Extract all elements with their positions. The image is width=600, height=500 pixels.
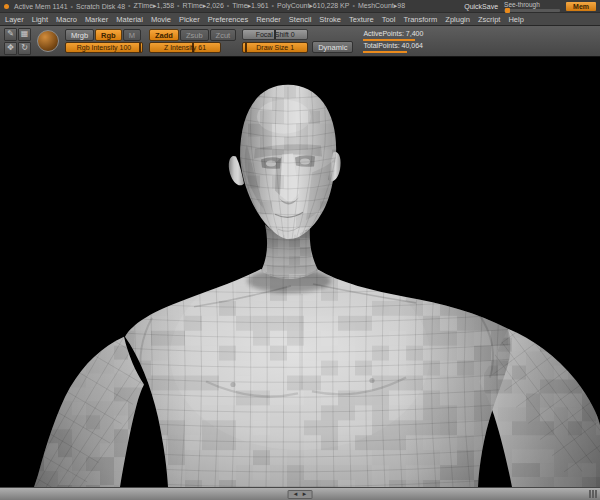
meshcount: MeshCount▸98: [352, 2, 405, 10]
draw-size-value: 1: [290, 44, 294, 51]
edit-icon[interactable]: ✎: [4, 28, 17, 41]
rtime: RTime▸2,026: [177, 2, 224, 10]
zsub-button[interactable]: Zsub: [180, 29, 209, 41]
menu-stroke[interactable]: Stroke: [319, 15, 341, 24]
mem-button[interactable]: Mem: [566, 2, 596, 11]
menu-transform[interactable]: Transform: [403, 15, 437, 24]
viewport[interactable]: [0, 57, 600, 487]
tool-icon-cluster: ✎ ▦ ✥ ↻: [4, 28, 31, 55]
z-intensity-value: 61: [198, 44, 206, 51]
rgb-button[interactable]: Rgb: [95, 29, 122, 41]
active-points: ActivePoints: 7,400: [363, 30, 423, 38]
menu-material[interactable]: Material: [116, 15, 143, 24]
active-mem: Active Mem 1141: [14, 3, 68, 10]
menu-picker[interactable]: Picker: [179, 15, 200, 24]
focal-shift-value: 0: [291, 31, 295, 38]
canvas-scroll-handle[interactable]: ◄ ►: [288, 490, 313, 499]
focal-shift-slider[interactable]: Focal Shift 0: [242, 29, 308, 40]
quicksave-button[interactable]: QuickSave: [464, 3, 498, 10]
menu-movie[interactable]: Movie: [151, 15, 171, 24]
menu-bar: Layer Light Macro Marker Material Movie …: [0, 12, 600, 26]
bottom-scrollbar[interactable]: ◄ ►: [0, 487, 600, 500]
menu-macro[interactable]: Macro: [56, 15, 77, 24]
scroll-right-icon[interactable]: ►: [302, 491, 308, 497]
menu-zplugin[interactable]: Zplugin: [445, 15, 470, 24]
total-points: TotalPoints: 40,064: [363, 42, 423, 50]
scroll-left-icon[interactable]: ◄: [293, 491, 299, 497]
polycount: PolyCount▸610,228 KP: [272, 2, 350, 10]
active-points-bar[interactable]: [363, 39, 415, 41]
menu-preferences[interactable]: Preferences: [208, 15, 248, 24]
m-button[interactable]: M: [123, 29, 141, 41]
dynamic-button[interactable]: Dynamic: [312, 41, 353, 53]
menu-layer[interactable]: Layer: [5, 15, 24, 24]
total-points-bar[interactable]: [363, 51, 407, 53]
brush-preview[interactable]: [37, 30, 59, 52]
menu-tool[interactable]: Tool: [382, 15, 396, 24]
focal-shift-label: Focal Shift: [256, 31, 289, 38]
menu-render[interactable]: Render: [256, 15, 281, 24]
zcut-button[interactable]: Zcut: [210, 29, 237, 41]
see-through-slider[interactable]: [504, 9, 560, 12]
rotate-icon[interactable]: ↻: [18, 42, 31, 55]
draw-icon[interactable]: ▦: [18, 28, 31, 41]
zadd-button[interactable]: Zadd: [149, 29, 179, 41]
time: Time▸1.961: [227, 2, 269, 10]
mrgb-button[interactable]: Mrgb: [65, 29, 94, 41]
z-intensity-slider[interactable]: Z Intensity 61: [149, 42, 221, 53]
menu-light[interactable]: Light: [32, 15, 48, 24]
top-shelf: ✎ ▦ ✥ ↻ Mrgb Rgb M Rgb Intensity 100 Zad…: [0, 26, 600, 57]
draw-size-label: Draw Size: [256, 44, 288, 51]
draw-size-slider[interactable]: Draw Size 1: [242, 42, 308, 53]
see-through-control[interactable]: See-through: [504, 1, 560, 12]
move-icon[interactable]: ✥: [4, 42, 17, 55]
menu-texture[interactable]: Texture: [349, 15, 374, 24]
points-readout: ActivePoints: 7,400 TotalPoints: 40,064: [363, 30, 423, 53]
see-through-label: See-through: [504, 1, 560, 8]
zbrush-window: Active Mem 1141 Scratch Disk 48 ZTime▸1,…: [0, 0, 600, 500]
rgb-intensity-label: Rgb Intensity: [77, 44, 118, 51]
viewport-canvas[interactable]: [0, 57, 600, 487]
ztime: ZTime▸1,358: [128, 2, 174, 10]
menu-zscript[interactable]: Zscript: [478, 15, 501, 24]
status-bar: Active Mem 1141 Scratch Disk 48 ZTime▸1,…: [0, 0, 600, 12]
menu-stencil[interactable]: Stencil: [289, 15, 312, 24]
rgb-intensity-slider[interactable]: Rgb Intensity 100: [65, 42, 143, 53]
status-indicator-icon: [4, 4, 9, 9]
menu-help[interactable]: Help: [508, 15, 523, 24]
resize-grip-icon[interactable]: [589, 490, 597, 498]
menu-marker[interactable]: Marker: [85, 15, 108, 24]
rgb-intensity-value: 100: [120, 44, 132, 51]
scratch-disk: Scratch Disk 48: [71, 3, 125, 10]
